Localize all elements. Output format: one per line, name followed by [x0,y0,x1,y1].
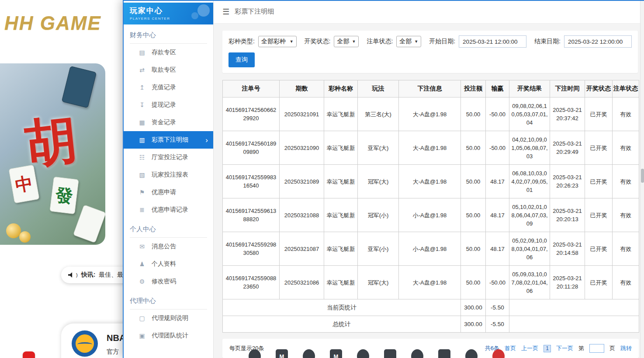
summary-win-loss: -5.50 [486,299,509,316]
hamburger-menu-icon[interactable]: ☰ [222,7,229,17]
sidebar-item-label: 提现记录 [152,101,176,109]
scrollbar-thumb[interactable] [641,169,644,183]
cell-draw-result: 04,02,10,09,01,05,06,08,07,03 [509,131,550,165]
filter-card: 彩种类型: 全部彩种 ▼ 开奖状态: 全部 ▼ 注单状态: 全部 [222,31,638,73]
cell-lottery-name: 幸运飞艇新 [324,198,358,232]
cell-period: 20250321088 [280,198,324,232]
col-header-period: 期数 [280,80,324,97]
lottery-bet-details-icon: ▥ [138,136,145,143]
sidebar-menu: 财务中心▤存款专区⇄取款专区↥充值记录↧提现记录▦资金记录▥彩票下注明细›☷厅室… [124,31,213,344]
next-page-link[interactable]: 下一页 [556,344,573,352]
first-page-link[interactable]: 首页 [505,344,516,352]
cell-lottery-name: 幸运飞艇新 [324,165,358,198]
cell-period: 20250321087 [280,232,324,266]
sidebar-item-deposit-zone[interactable]: ▤存款专区 [124,44,213,61]
sidebar-item-label: 个人资料 [152,260,176,268]
sidebar-item-agent-rules[interactable]: ▢代理规则说明 [124,309,213,327]
promo-apply-records-icon: ≣ [138,206,145,213]
sidebar-item-promo-apply[interactable]: ⚑优惠申请 [124,184,213,201]
lottery-type-value: 全部彩种 [261,38,286,45]
cell-draw-status: 已开奖 [585,165,613,198]
m-logo: M [330,349,342,358]
speaker-icon [68,272,74,278]
start-date-input[interactable] [459,35,526,48]
summary-empty [509,299,639,316]
cell-bet-amount: 50.00 [461,232,486,266]
sidebar-item-change-password[interactable]: ⚙修改密码 [124,273,213,290]
cell-bet-no: 401569174255908823650 [223,266,280,299]
caret-down-icon: ▼ [290,39,294,44]
bets-table: 注单号期数彩种名称玩法下注信息投注额输赢开奖结果下注时间开奖状态注单状态4015… [222,80,639,333]
sidebar-item-player-bet-report[interactable]: ▧玩家投注报表 [124,166,213,184]
query-button[interactable]: 查询 [229,52,255,67]
sidebar-title: 玩家中心 [130,6,213,16]
summary-label: 当前页统计 [223,299,461,316]
sidebar-item-promo-apply-records[interactable]: ≣优惠申请记录 [124,201,213,219]
cell-lottery-name: 幸运飞艇新 [324,266,358,299]
screen: HH GAME 中 發 胡 ) 快讯: 最佳、最 NBA 官方 [0,0,644,358]
caret-down-icon: ▼ [352,39,356,44]
sidebar-item-announcements[interactable]: ✉消息公告 [124,238,213,255]
sidebar-item-withdraw-zone[interactable]: ⇄取款专区 [124,61,213,79]
sidebar-subtitle: PLAYERS CENTER [130,17,213,21]
summary-bet-amount: 300.00 [461,299,486,316]
cell-draw-status: 已开奖 [585,266,613,299]
cell-draw-result: 05,02,09,10,08,03,04,01,07,06 [509,232,550,266]
sidebar-item-label: 优惠申请记录 [152,206,188,214]
cell-bet-info: 小-A盘@1.98 [399,232,461,266]
cell-draw-status: 已开奖 [585,97,613,131]
sidebar-item-hall-bet-records[interactable]: ☷厅室投注记录 [124,149,213,166]
current-page[interactable]: 1 [544,345,551,352]
deposit-zone-icon: ▤ [138,49,145,56]
cell-bet-amount: 50.00 [461,131,486,165]
cell-period: 20250321090 [280,131,324,165]
jump-button[interactable]: 跳转 [620,344,632,352]
sidebar-item-fund-records[interactable]: ▦资金记录 [124,114,213,131]
cell-draw-status: 已开奖 [585,232,613,266]
summary-empty [509,316,639,333]
sidebar-section-title: 个人中心 [130,225,207,238]
player-bet-report-icon: ▧ [138,171,145,178]
col-header-bet-info: 下注信息 [399,80,461,97]
table-row: 40156917425599831654020250321089幸运飞艇新冠军(… [223,165,639,198]
prev-page-link[interactable]: 上一页 [521,344,538,352]
table-row: 40156917425596138882020250321088幸运飞艇新冠军(… [223,198,639,232]
cell-draw-result: 09,08,02,06,10,05,03,07,01,04 [509,97,550,131]
cell-bet-status: 有效 [613,232,639,266]
col-header-bet-no: 注单号 [223,80,280,97]
ball-logo [357,349,369,358]
end-date-input[interactable] [564,35,632,48]
nba-logo-inner [76,334,94,353]
bet-status-select[interactable]: 全部 ▼ [396,36,421,47]
speaker-wave-icon: ) [76,272,78,278]
lottery-type-select[interactable]: 全部彩种 ▼ [258,36,297,47]
draw-status-select[interactable]: 全部 ▼ [334,36,359,47]
cell-play-type: 亚军(小) [358,232,399,266]
hu-calligraphy: 胡 [23,113,80,170]
vertical-scrollbar[interactable] [640,0,644,358]
cell-play-type: 冠军(大) [358,266,399,299]
service-badge[interactable] [23,351,35,358]
cell-bet-status: 有效 [613,97,639,131]
nba-team-logo [72,330,98,357]
round-logo [249,349,261,358]
partner-logo-strip: MM [249,349,505,358]
sq-logo [438,349,450,358]
sidebar-item-withdrawal-records[interactable]: ↧提现记录 [124,96,213,114]
cell-draw-status: 已开奖 [585,131,613,165]
cell-bet-time: 2025-03-21 20:20:13 [550,198,585,232]
sidebar-item-profile[interactable]: ♟个人资料 [124,255,213,273]
promo-apply-icon: ⚑ [138,189,145,196]
sidebar-item-recharge-records[interactable]: ↥充值记录 [124,79,213,96]
sidebar-item-lottery-bet-details[interactable]: ▥彩票下注明细› [124,131,213,149]
sidebar-item-agent-team-stats[interactable]: ▣代理团队统计 [124,327,213,344]
bet-status-label: 注单状态: [367,38,393,45]
chevron-right-icon: › [205,136,208,144]
cell-bet-info: 小-A盘@1.98 [399,198,461,232]
bet-status-value: 全部 [399,38,412,45]
cell-bet-info: 大-A盘@1.98 [399,97,461,131]
panel-top-border [123,0,644,1]
jump-page-input[interactable] [589,344,604,353]
cell-bet-amount: 50.00 [461,198,486,232]
site-logo: HH GAME [4,12,101,34]
